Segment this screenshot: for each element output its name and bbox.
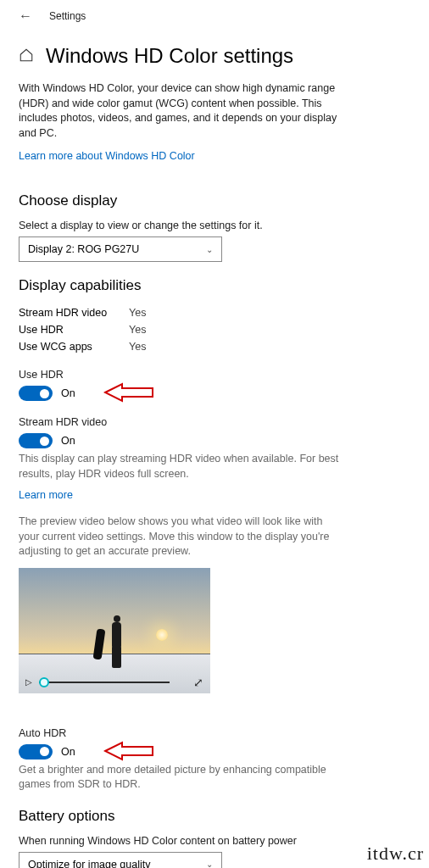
back-button[interactable]: ← bbox=[19, 8, 32, 24]
choose-display-heading: Choose display bbox=[19, 192, 410, 209]
stream-hdr-learn-more-link[interactable]: Learn more bbox=[19, 489, 73, 501]
video-progress-slider[interactable] bbox=[39, 682, 170, 683]
display-select[interactable]: Display 2: ROG PG27U ⌄ bbox=[19, 236, 222, 262]
capabilities-table: Stream HDR video Yes Use HDR Yes Use WCG… bbox=[19, 304, 410, 355]
svg-marker-0 bbox=[105, 384, 153, 401]
capabilities-heading: Display capabilities bbox=[19, 277, 410, 294]
battery-heading: Battery options bbox=[19, 808, 410, 825]
topbar-title: Settings bbox=[49, 10, 86, 22]
stream-hdr-title: Stream HDR video bbox=[19, 416, 410, 428]
table-row: Stream HDR video Yes bbox=[19, 304, 410, 321]
table-row: Use WCG apps Yes bbox=[19, 338, 410, 355]
table-row: Use HDR Yes bbox=[19, 321, 410, 338]
video-preview: ▷ ⤢ bbox=[19, 568, 210, 693]
use-hdr-toggle[interactable] bbox=[19, 386, 53, 401]
use-hdr-state: On bbox=[61, 387, 75, 399]
fullscreen-button[interactable]: ⤢ bbox=[193, 676, 203, 689]
auto-hdr-state: On bbox=[61, 746, 75, 758]
annotation-arrow-icon bbox=[103, 381, 154, 404]
chevron-down-icon: ⌄ bbox=[206, 860, 213, 868]
annotation-arrow-icon bbox=[103, 739, 154, 763]
auto-hdr-toggle[interactable] bbox=[19, 744, 53, 760]
cap-label: Use WCG apps bbox=[19, 341, 129, 353]
page-description: With Windows HD Color, your device can s… bbox=[19, 81, 341, 141]
stream-hdr-toggle[interactable] bbox=[19, 433, 53, 448]
cap-value: Yes bbox=[129, 324, 146, 336]
page-title: Windows HD Color settings bbox=[46, 44, 293, 68]
preview-desc: The preview video below shows you what v… bbox=[19, 515, 341, 559]
cap-label: Use HDR bbox=[19, 324, 129, 336]
auto-hdr-title: Auto HDR bbox=[19, 727, 410, 739]
stream-hdr-state: On bbox=[61, 435, 75, 447]
cap-label: Stream HDR video bbox=[19, 307, 129, 319]
home-icon[interactable] bbox=[19, 47, 34, 65]
choose-display-label: Select a display to view or change the s… bbox=[19, 220, 410, 231]
cap-value: Yes bbox=[129, 341, 146, 353]
learn-more-hd-color-link[interactable]: Learn more about Windows HD Color bbox=[19, 150, 195, 162]
battery-select[interactable]: Optimize for image quality ⌄ bbox=[19, 852, 222, 869]
battery-label: When running Windows HD Color content on… bbox=[19, 835, 410, 847]
watermark: itdw.cr bbox=[367, 843, 424, 865]
stream-hdr-desc: This display can play streaming HDR vide… bbox=[19, 452, 341, 481]
play-button[interactable]: ▷ bbox=[25, 677, 32, 687]
auto-hdr-desc: Get a brighter and more detailed picture… bbox=[19, 763, 341, 793]
svg-marker-1 bbox=[105, 743, 153, 760]
display-select-value: Display 2: ROG PG27U bbox=[28, 243, 139, 255]
chevron-down-icon: ⌄ bbox=[206, 245, 213, 254]
cap-value: Yes bbox=[129, 307, 146, 319]
battery-select-value: Optimize for image quality bbox=[28, 859, 151, 869]
use-hdr-title: Use HDR bbox=[19, 369, 410, 381]
